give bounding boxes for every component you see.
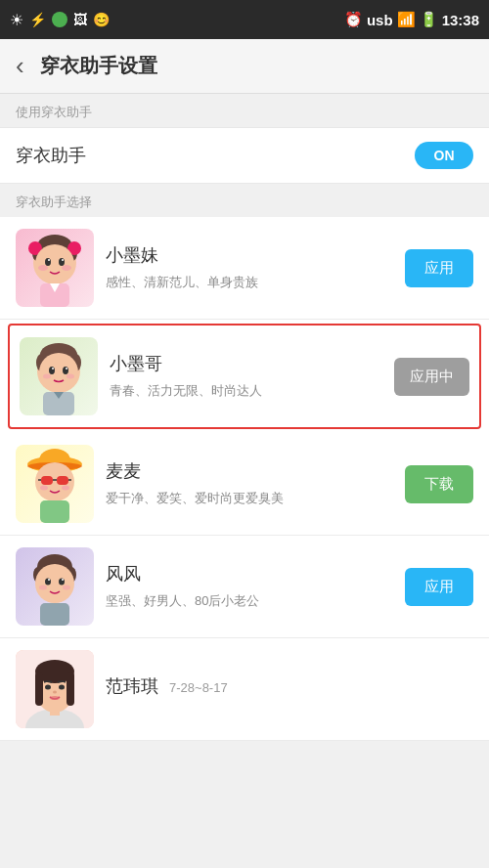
alarm-icon: ⏰ <box>344 11 363 28</box>
svg-rect-55 <box>67 672 74 706</box>
svg-point-20 <box>63 367 68 374</box>
svg-rect-48 <box>40 603 69 626</box>
character-list: 小墨妹 感性、清新范儿、单身贵族 应用 <box>0 217 489 741</box>
svg-point-43 <box>59 579 65 586</box>
avatar-fengfeng-svg <box>16 547 94 626</box>
char-desc-fengfeng: 坚强、好男人、80后小老公 <box>106 591 393 611</box>
avatar-fan <box>16 650 94 728</box>
applying-button-xiaoge[interactable]: 应用中 <box>394 358 469 396</box>
clock: 13:38 <box>442 12 479 28</box>
avatar-mamai-svg <box>16 445 94 523</box>
choose-section-label: 穿衣助手选择 <box>0 184 489 217</box>
char-desc-xiaoge: 青春、活力无限、时尚达人 <box>110 381 382 401</box>
content-area: 使用穿衣助手 穿衣助手 ON 穿衣助手选择 <box>0 94 489 868</box>
svg-point-12 <box>62 265 71 271</box>
svg-point-9 <box>48 259 50 261</box>
svg-point-36 <box>62 486 69 491</box>
svg-point-6 <box>35 244 74 283</box>
svg-point-23 <box>43 374 51 379</box>
char-name-xiaoge: 小墨哥 <box>110 352 382 375</box>
svg-point-56 <box>45 685 51 690</box>
character-item-fan: 范玮琪 7-28~8-17 <box>0 638 489 741</box>
network-type: usb <box>367 12 393 28</box>
usb-icon: ⚡ <box>29 12 46 27</box>
svg-point-22 <box>66 368 67 369</box>
status-right-icons: ⏰ usb 📶 🔋 13:38 <box>344 11 479 28</box>
svg-point-24 <box>67 374 74 379</box>
svg-point-59 <box>50 696 60 700</box>
char-info-fengfeng: 风风 坚强、好男人、80后小老公 <box>94 562 405 611</box>
char-info-mamai: 麦麦 爱干净、爱笑、爱时尚更爱臭美 <box>94 459 405 508</box>
avatar-mamai <box>16 445 94 523</box>
character-item-mamai: 麦麦 爱干净、爱笑、爱时尚更爱臭美 下载 <box>0 433 489 536</box>
avatar-xiaoge <box>20 337 98 415</box>
char-desc-mamai: 爱干净、爱笑、爱时尚更爱臭美 <box>106 489 393 508</box>
svg-rect-30 <box>41 476 53 485</box>
char-name-xiaomei: 小墨妹 <box>106 243 393 267</box>
svg-point-21 <box>52 368 54 369</box>
svg-point-18 <box>39 353 78 392</box>
svg-point-57 <box>59 685 65 690</box>
char-info-xiaomei: 小墨妹 感性、清新范儿、单身贵族 <box>94 243 405 292</box>
nav-bar: ‹ 穿衣助手设置 <box>0 39 489 94</box>
svg-point-10 <box>62 259 64 261</box>
svg-point-29 <box>35 462 74 501</box>
download-button-mamai[interactable]: 下载 <box>405 465 473 503</box>
char-info-fan: 范玮琪 7-28~8-17 <box>94 674 473 704</box>
svg-point-45 <box>62 579 64 581</box>
face-icon: 😊 <box>93 12 110 27</box>
svg-point-7 <box>45 258 51 266</box>
char-info-xiaoge: 小墨哥 青春、活力无限、时尚达人 <box>98 352 394 401</box>
circle-icon <box>52 12 67 27</box>
page-title: 穿衣助手设置 <box>40 53 157 79</box>
svg-rect-31 <box>57 476 68 485</box>
char-name-fan: 范玮琪 7-28~8-17 <box>106 674 462 698</box>
svg-point-47 <box>63 586 70 590</box>
svg-point-8 <box>59 258 65 266</box>
svg-point-35 <box>40 486 48 491</box>
avatar-fan-svg <box>16 650 94 728</box>
back-button[interactable]: ‹ <box>16 51 24 81</box>
avatar-xiaomei <box>16 229 94 307</box>
toggle-row: 穿衣助手 ON <box>0 127 489 184</box>
sun-icon: ☀ <box>10 11 23 29</box>
avatar-fengfeng <box>16 547 94 626</box>
character-item-fengfeng: 风风 坚强、好男人、80后小老公 应用 <box>0 536 489 638</box>
apply-button-fengfeng[interactable]: 应用 <box>405 568 473 606</box>
avatar-xiaomei-svg <box>16 229 94 307</box>
char-date-fan: 7-28~8-17 <box>169 680 228 695</box>
char-desc-xiaomei: 感性、清新范儿、单身贵族 <box>106 273 393 292</box>
svg-point-19 <box>49 367 55 374</box>
toggle-on-button[interactable]: ON <box>415 142 473 169</box>
svg-rect-54 <box>35 672 43 706</box>
svg-point-44 <box>48 579 50 581</box>
svg-point-46 <box>39 586 47 590</box>
toggle-label: 穿衣助手 <box>16 144 86 167</box>
character-item-xiaoge: 小墨哥 青春、活力无限、时尚达人 应用中 <box>8 324 481 429</box>
avatar-xiaoge-svg <box>20 337 98 415</box>
character-item-xiaomei: 小墨妹 感性、清新范儿、单身贵族 应用 <box>0 217 489 320</box>
svg-point-58 <box>53 691 57 694</box>
svg-point-41 <box>35 564 74 603</box>
char-name-fengfeng: 风风 <box>106 562 393 586</box>
status-bar: ☀ ⚡ 🖼 😊 ⏰ usb 📶 🔋 13:38 <box>0 0 489 39</box>
photo-icon: 🖼 <box>73 12 87 27</box>
svg-point-42 <box>45 579 51 586</box>
battery-icon: 🔋 <box>420 11 438 28</box>
svg-point-11 <box>38 265 48 271</box>
status-left-icons: ☀ ⚡ 🖼 😊 <box>10 11 110 29</box>
apply-button-xiaomei[interactable]: 应用 <box>405 249 473 287</box>
svg-rect-37 <box>40 500 69 523</box>
use-section-label: 使用穿衣助手 <box>0 94 489 127</box>
signal-icon: 📶 <box>397 11 416 28</box>
char-name-mamai: 麦麦 <box>106 459 393 483</box>
